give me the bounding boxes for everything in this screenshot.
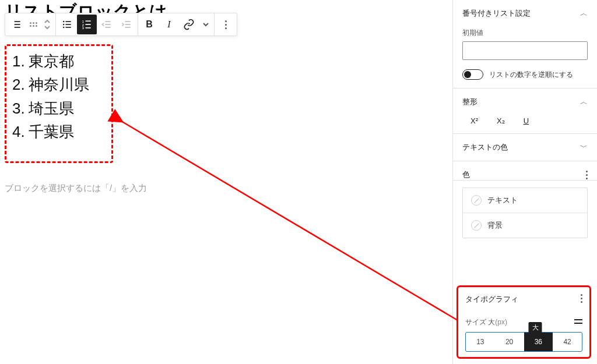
more-options-icon[interactable]	[216, 15, 236, 34]
background-color-option[interactable]: 背景	[463, 213, 587, 238]
panel-title: テキストの色	[462, 142, 508, 153]
list-text: 埼玉県	[29, 97, 74, 120]
list-item: 1.東京都	[12, 50, 106, 73]
underline-button[interactable]: U	[524, 116, 529, 125]
list-text: 神奈川県	[29, 73, 89, 96]
empty-swatch-icon	[471, 220, 482, 231]
text-color-toggle[interactable]: テキストの色 ﹀	[462, 142, 588, 153]
format-panel: 整形 ︿ X² X₂ U	[453, 89, 597, 134]
size-tooltip: 大	[529, 322, 542, 333]
color-panel-menu-icon[interactable]	[586, 171, 588, 179]
font-size-option-13[interactable]: 13	[466, 333, 495, 351]
more-rich-text-icon[interactable]	[199, 15, 213, 34]
text-color-panel: テキストの色 ﹀	[453, 134, 597, 161]
block-toolbar: 123 B I	[5, 13, 237, 36]
color-options-card: テキスト 背景	[462, 188, 588, 238]
ordered-list-settings-panel: 番号付きリスト設定 ︿ 初期値 リストの数字を逆順にする	[453, 0, 597, 89]
font-size-segmented: 大 13 20 36 42	[465, 332, 582, 352]
initial-value-label: 初期値	[462, 28, 588, 38]
typography-panel: タイポグラフィ サイズ 大(px) 大 13 20 36 42	[456, 285, 591, 359]
svg-rect-9	[66, 21, 71, 22]
reverse-order-toggle[interactable]	[462, 69, 483, 80]
chevron-down-icon: ﹀	[580, 142, 588, 153]
text-color-option[interactable]: テキスト	[463, 188, 587, 213]
indent-icon[interactable]	[117, 15, 136, 34]
empty-swatch-icon	[471, 195, 482, 206]
svg-text:3: 3	[82, 26, 84, 30]
outdent-icon[interactable]	[97, 15, 117, 34]
svg-point-6	[63, 21, 65, 23]
chevron-up-icon: ︿	[580, 97, 588, 107]
list-number: 1.	[12, 50, 25, 73]
link-icon[interactable]	[179, 15, 199, 34]
svg-point-7	[63, 24, 65, 26]
list-number: 2.	[12, 73, 25, 96]
italic-button[interactable]: I	[159, 15, 179, 34]
panel-title: 色	[462, 169, 470, 180]
initial-value-input[interactable]	[462, 41, 588, 60]
list-block-icon[interactable]	[6, 15, 26, 34]
svg-rect-15	[86, 20, 91, 22]
ordered-list-settings-toggle[interactable]: 番号付きリスト設定 ︿	[462, 8, 588, 19]
option-label: テキスト	[487, 196, 518, 206]
option-label: 背景	[487, 221, 503, 231]
list-item: 2.神奈川県	[12, 73, 106, 96]
unordered-list-icon[interactable]	[57, 15, 77, 34]
reverse-order-label: リストの数字を逆順にする	[489, 70, 573, 80]
font-size-custom-icon[interactable]	[574, 317, 582, 327]
typography-panel-menu-icon[interactable]	[581, 294, 582, 305]
svg-rect-10	[66, 24, 71, 25]
color-panel: 色	[453, 161, 597, 181]
subscript-button[interactable]: X₂	[497, 116, 505, 125]
chevron-up-icon: ︿	[580, 8, 588, 19]
list-text: 千葉県	[29, 120, 74, 143]
font-size-option-20[interactable]: 20	[495, 333, 524, 351]
superscript-button[interactable]: X²	[470, 116, 478, 125]
list-text: 東京都	[29, 50, 74, 73]
ordered-list-icon[interactable]: 123	[77, 15, 97, 34]
svg-rect-17	[86, 27, 91, 29]
font-size-option-36[interactable]: 36	[524, 333, 553, 351]
block-appender-placeholder[interactable]: ブロックを選択するには「/」を入力	[5, 183, 147, 194]
list-number: 4.	[12, 120, 25, 143]
font-size-option-42[interactable]: 42	[553, 333, 582, 351]
list-item: 4.千葉県	[12, 120, 106, 143]
ordered-list-block[interactable]: 1.東京都 2.神奈川県 3.埼玉県 4.千葉県	[5, 44, 113, 163]
bold-button[interactable]: B	[139, 15, 159, 34]
panel-title: 番号付きリスト設定	[462, 8, 531, 19]
panel-title: タイポグラフィ	[465, 294, 518, 305]
format-panel-toggle[interactable]: 整形 ︿	[462, 97, 588, 107]
svg-rect-16	[86, 24, 91, 25]
panel-title: 整形	[462, 97, 477, 107]
color-panel-head[interactable]: 色	[462, 169, 588, 180]
list-item: 3.埼玉県	[12, 97, 106, 120]
drag-handle-icon[interactable]	[26, 15, 40, 34]
svg-rect-11	[66, 27, 71, 28]
list-number: 3.	[12, 97, 25, 120]
svg-point-8	[63, 27, 65, 29]
move-chevrons-icon[interactable]	[40, 15, 54, 34]
font-size-label: サイズ 大(px)	[465, 317, 507, 327]
